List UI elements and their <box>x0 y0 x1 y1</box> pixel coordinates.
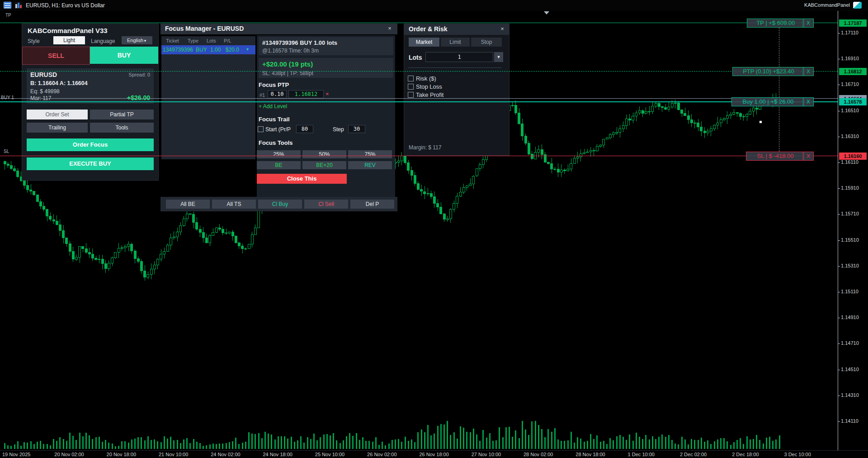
breakeven-button[interactable]: BE <box>257 161 301 169</box>
tp-left-marker: TP <box>5 13 11 18</box>
col-header-ticket: Ticket <box>166 38 179 43</box>
lots-label: Lots <box>409 54 422 61</box>
price-axis-tick: 1.15510 <box>841 237 859 243</box>
quotes-grid-icon[interactable] <box>4 2 11 9</box>
language-dropdown[interactable]: English▼ <box>122 36 152 44</box>
reverse-button[interactable]: REV <box>348 161 392 169</box>
price-axis-tick: 1.16910 <box>841 56 859 61</box>
lots-input[interactable]: 1 <box>425 52 493 62</box>
risk-checkbox[interactable] <box>408 76 414 81</box>
col-header-pl: P/L <box>224 38 231 43</box>
price-axis-tick: 1.16710 <box>841 81 859 87</box>
chart-shift-marker[interactable] <box>544 11 549 14</box>
close-all-sells-button[interactable]: Cl Sell <box>304 200 348 209</box>
order-pl-box: +$20.00 (19 pts) SL: 438pt | TP: 588pt <box>259 58 393 78</box>
price-axis-tick: 1.15710 <box>841 211 859 216</box>
price-line-close-tp[interactable]: X <box>803 19 814 28</box>
time-axis-label: 24 Nov 02:00 <box>211 452 240 457</box>
time-axis-label: 3 Dec 10:00 <box>784 452 811 457</box>
expert-advisor-icon <box>853 2 862 9</box>
close-this-button[interactable]: Close This <box>257 174 347 184</box>
price-axis-tick: 1.15910 <box>841 185 859 191</box>
stop-loss-checkbox[interactable] <box>408 84 414 90</box>
order-row-selected[interactable]: 1349739396 BUY 1.00 $20.0 ▾ <box>161 45 255 54</box>
selection-handle[interactable] <box>760 121 762 123</box>
style-toggle-button[interactable]: Light <box>53 36 85 44</box>
price-line-label-ptp[interactable]: PTP (0.10) +$23.40 <box>732 67 805 76</box>
take-profit-checkbox-label: Take Profit <box>416 91 443 98</box>
trade-levels-vertical-guide <box>779 28 779 152</box>
ptp-remove-icon[interactable]: × <box>326 91 329 97</box>
tab-stop[interactable]: Stop <box>471 38 502 47</box>
order-set-tab[interactable]: Order Set <box>27 110 88 119</box>
all-breakeven-button[interactable]: All BE <box>166 200 210 209</box>
time-axis[interactable]: 19 Nov 202520 Nov 02:0020 Nov 18:0021 No… <box>0 450 868 458</box>
price-axis[interactable]: 1.173101.171101.169101.167101.165101.163… <box>838 11 868 450</box>
close-all-buys-button[interactable]: Cl Buy <box>258 200 302 209</box>
trail-start-input[interactable]: 80 <box>296 125 313 133</box>
order-risk-title-bar[interactable]: Order & Risk × <box>404 24 509 35</box>
buy-button[interactable]: BUY <box>90 47 158 64</box>
time-axis-label: 20 Nov 02:00 <box>54 452 84 457</box>
lots-dropdown-button[interactable]: ▼ <box>494 52 503 62</box>
price-axis-tick: 1.17110 <box>841 30 859 35</box>
trailing-tab[interactable]: Trailing <box>27 123 88 133</box>
time-axis-label: 2 Dec 18:00 <box>732 452 759 457</box>
price-tag-tp: 1.17187 <box>839 19 867 27</box>
price-axis-tick: 1.14310 <box>841 392 859 398</box>
breakeven-plus20-button[interactable]: BE+20 <box>302 161 346 169</box>
order-pl-line: +$20.00 (19 pts) <box>262 60 313 68</box>
stop-loss-checkbox-label: Stop Loss <box>416 83 442 90</box>
focus-manager-title: Focus Manager - EURUSD <box>165 25 244 32</box>
time-axis-label: 26 Nov 02:00 <box>367 452 396 457</box>
close-50pct-button[interactable]: 50% <box>302 150 346 158</box>
time-axis-label: 24 Nov 18:00 <box>263 452 292 457</box>
focus-tools-heading: Focus Tools <box>259 139 293 146</box>
take-profit-checkbox[interactable] <box>408 92 414 98</box>
price-line-close-buy[interactable]: X <box>803 97 814 106</box>
price-axis-tick: 1.16110 <box>841 159 859 165</box>
price-line-close-sl[interactable]: X <box>803 152 814 161</box>
focus-trail-heading: Focus Trail <box>259 116 290 123</box>
symbol-name: EURUSD <box>30 71 57 78</box>
time-axis-label: 25 Nov 10:00 <box>315 452 344 457</box>
order-entry-line: @1.16578 Time: 0h 3m <box>262 48 319 54</box>
tools-tab[interactable]: Tools <box>90 123 154 133</box>
close-icon[interactable]: × <box>498 25 506 32</box>
price-axis-tick: 1.14910 <box>841 315 859 320</box>
time-axis-label: 26 Nov 18:00 <box>419 452 448 457</box>
close-25pct-button[interactable]: 25% <box>257 150 301 158</box>
price-line-label-buy[interactable]: Buy 1.00 | +$ 26.00 <box>731 97 805 106</box>
price-line-close-ptp[interactable]: X <box>803 67 814 76</box>
price-line-tp <box>0 23 838 23</box>
execute-buy-button[interactable]: EXECUTE BUY <box>27 157 154 170</box>
focus-manager-title-bar[interactable]: Focus Manager - EURUSD × <box>160 24 397 34</box>
all-trailing-button[interactable]: All TS <box>212 200 256 209</box>
price-line-bid <box>0 98 838 99</box>
trail-start-checkbox[interactable] <box>258 126 264 132</box>
tab-limit[interactable]: Limit <box>441 38 470 47</box>
price-line-label-tp[interactable]: TP | +$ 609.00 <box>747 19 805 28</box>
order-risk-panel: Order & Risk × Market Limit Stop Lots 1 … <box>404 24 509 156</box>
order-lots: 1.00 <box>210 47 221 53</box>
order-focus-button[interactable]: Order Focus <box>27 138 154 151</box>
sell-button[interactable]: SELL <box>22 47 90 65</box>
price-line-label-sl[interactable]: SL | $ -418.00 <box>746 152 805 161</box>
chart-window-icon[interactable] <box>14 2 22 9</box>
col-header-lots: Lots <box>207 38 216 43</box>
ptp-lots-input[interactable]: 0.10 <box>268 90 287 98</box>
delete-pendings-button[interactable]: Del P <box>350 200 394 209</box>
chart-title: EURUSD, H1: Euro vs US Dollar <box>26 2 105 9</box>
close-icon[interactable]: × <box>386 25 394 32</box>
tab-market[interactable]: Market <box>409 38 439 47</box>
trail-step-input[interactable]: 30 <box>348 125 365 133</box>
price-axis-tick: 1.16310 <box>841 134 859 139</box>
close-75pct-button[interactable]: 75% <box>348 150 392 158</box>
partial-tp-tab[interactable]: Partial TP <box>90 110 154 119</box>
price-axis-tick: 1.14510 <box>841 367 859 372</box>
ptp-price-input[interactable]: 1.16812 <box>288 90 324 98</box>
expert-advisor-name: KABCommandPanel <box>804 2 850 8</box>
focus-manager-panel: Focus Manager - EURUSD × Ticket Type Lot… <box>160 24 397 214</box>
add-level-link[interactable]: + Add Level <box>259 103 287 110</box>
bid-ask-values: B: 1.16604 A: 1.16604 <box>30 80 88 86</box>
